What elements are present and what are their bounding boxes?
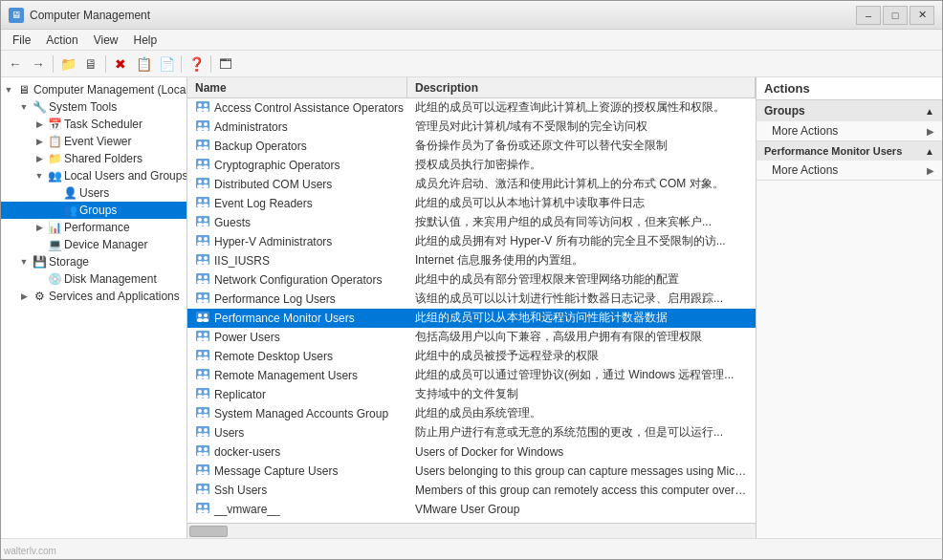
col-header-name[interactable]: Name (187, 77, 407, 97)
svg-point-78 (197, 395, 203, 398)
list-cell-name-text: Remote Desktop Users (214, 350, 333, 363)
list-row[interactable]: Event Log Readers此组的成员可以从本地计算机中读取事件日志 (187, 194, 756, 213)
main-window: 🖥 Computer Management – □ ✕ File Action … (0, 0, 943, 560)
svg-point-99 (203, 471, 208, 475)
group-icon (195, 215, 210, 230)
menu-help[interactable]: Help (126, 32, 165, 49)
list-row[interactable]: IIS_IUSRSInternet 信息服务使用的内置组。 (187, 251, 756, 270)
copy-button[interactable]: 📄 (156, 54, 177, 75)
svg-point-36 (198, 237, 202, 241)
svg-point-51 (198, 294, 202, 298)
tree-item-groups[interactable]: ▶ 👥 Groups (1, 202, 186, 219)
list-row[interactable]: Distributed COM Users成员允许启动、激活和使用此计算机上的分… (187, 175, 756, 194)
svg-point-91 (198, 447, 202, 451)
new-window-button[interactable]: 🗔 (215, 54, 236, 75)
group-icon (195, 387, 210, 402)
action-group-header-groups[interactable]: Groups ▲ (757, 100, 942, 121)
list-cell-name: Replicator (187, 386, 407, 403)
tree-item-storage[interactable]: ▼ 💾 Storage (1, 253, 186, 270)
list-row[interactable]: System Managed Accounts Group此组的成员由系统管理。 (187, 404, 756, 423)
tree-item-system-tools[interactable]: ▼ 🔧 System Tools (1, 98, 186, 116)
svg-point-77 (204, 390, 208, 394)
tree-item-disk-mgmt[interactable]: ▶ 💿 Disk Management (1, 270, 186, 288)
help-button[interactable]: ❓ (186, 54, 207, 75)
svg-point-79 (203, 395, 208, 398)
list-row[interactable]: Users防止用户进行有意或无意的系统范围的更改，但是可以运行... (187, 423, 756, 442)
tree-item-local-users[interactable]: ▼ 👥 Local Users and Groups (1, 167, 186, 184)
list-row[interactable]: Access Control Assistance Operators此组的成员… (187, 98, 756, 118)
list-row[interactable]: Message Capture UsersUsers belonging to … (187, 462, 756, 481)
tree-item-users[interactable]: ▶ 👤 Users (1, 184, 186, 202)
svg-point-96 (198, 466, 202, 470)
list-row[interactable]: Network Configuration Operators此组中的成员有部分… (187, 270, 756, 290)
menu-file[interactable]: File (5, 32, 38, 49)
list-row[interactable]: Remote Desktop Users此组中的成员被授予远程登录的权限 (187, 347, 756, 366)
tree-icon-root: 🖥 (16, 82, 32, 97)
group-icon (195, 196, 210, 211)
group-icon (195, 368, 210, 383)
svg-point-97 (204, 466, 208, 470)
list-row[interactable]: __vmware__VMware User Group (187, 500, 756, 519)
delete-button[interactable]: ✖ (110, 54, 131, 75)
list-row[interactable]: Performance Monitor Users此组的成员可以从本地和远程访问… (187, 309, 756, 328)
list-cell-name-text: Performance Log Users (214, 292, 336, 306)
scroll-thumb[interactable] (189, 526, 228, 537)
show-desktop-button[interactable]: 🖥 (80, 54, 101, 75)
list-cell-name-text: Ssh Users (214, 484, 267, 497)
list-row[interactable]: Hyper-V Administrators此组的成员拥有对 Hyper-V 所… (187, 232, 756, 251)
maximize-button[interactable]: □ (883, 6, 908, 25)
up-button[interactable]: 📁 (57, 54, 78, 75)
svg-point-98 (197, 471, 203, 475)
properties-button[interactable]: 📋 (133, 54, 154, 75)
list-row[interactable]: docker-usersUsers of Docker for Windows (187, 442, 756, 462)
svg-point-7 (204, 122, 208, 126)
list-row[interactable]: Guests按默认值，来宾用户组的成员有同等访问权，但来宾帐户... (187, 213, 756, 232)
list-row[interactable]: Cryptographic Operators授权成员执行加密操作。 (187, 156, 756, 175)
svg-point-33 (197, 223, 203, 226)
group-icon (195, 272, 210, 288)
action-item-groups-more[interactable]: More Actions ▶ (757, 121, 942, 140)
list-row[interactable]: Replicator支持域中的文件复制 (187, 385, 756, 404)
list-cell-desc: 按默认值，来宾用户组的成员有同等访问权，但来宾帐户... (407, 213, 756, 231)
tree-item-device-manager[interactable]: ▶ 💻 Device Manager (1, 236, 186, 253)
tree-item-performance[interactable]: ▶ 📊 Performance (1, 219, 186, 236)
tree-item-services[interactable]: ▶ ⚙ Services and Applications (1, 288, 186, 305)
col-header-description[interactable]: Description (407, 77, 756, 97)
back-button[interactable]: ← (5, 54, 26, 75)
expand-icon-event-viewer: ▶ (32, 134, 47, 149)
menu-action[interactable]: Action (38, 32, 85, 49)
svg-point-12 (204, 141, 208, 145)
tree-label-services: Services and Applications (49, 290, 180, 303)
list-row[interactable]: Ssh UsersMembers of this group can remot… (187, 481, 756, 500)
list-row[interactable]: Backup Operators备份操作员为了备份或还原文件可以替代安全限制 (187, 137, 756, 156)
tree-item-shared-folders[interactable]: ▶ 📁 Shared Folders (1, 150, 186, 167)
svg-point-108 (197, 509, 203, 513)
tree-item-event-viewer[interactable]: ▶ 📋 Event Viewer (1, 133, 186, 150)
action-group-header-pmu[interactable]: Performance Monitor Users ▲ (757, 141, 942, 161)
list-cell-name-text: Cryptographic Operators (214, 159, 340, 172)
tree-icon-task-scheduler: 📅 (47, 117, 62, 132)
list-row[interactable]: Administrators管理员对此计算机/域有不受限制的完全访问权 (187, 118, 756, 137)
list-row[interactable]: Performance Log Users该组的成员可以以计划进行性能计数器日志… (187, 290, 756, 309)
list-cell-name: IIS_IUSRS (187, 252, 407, 269)
forward-button[interactable]: → (28, 54, 49, 75)
list-cell-name-text: Users (214, 426, 244, 440)
tree-item-task-scheduler[interactable]: ▶ 📅 Task Scheduler (1, 116, 186, 133)
list-cell-desc: VMware User Group (407, 502, 756, 517)
list-row[interactable]: Power Users包括高级用户以向下兼容，高级用户拥有有限的管理权限 (187, 328, 756, 347)
action-item-pmu-more[interactable]: More Actions ▶ (757, 161, 942, 180)
menu-view[interactable]: View (86, 32, 126, 49)
list-row[interactable]: Remote Management Users此组的成员可以通过管理协议(例如，… (187, 366, 756, 385)
svg-point-34 (203, 223, 208, 226)
list-cell-name-text: Hyper-V Administrators (214, 235, 332, 248)
horizontal-scrollbar[interactable] (187, 523, 756, 538)
minimize-button[interactable]: – (856, 6, 881, 25)
tree-item-root[interactable]: ▼ 🖥 Computer Management (Local (1, 81, 186, 98)
tree-icon-services: ⚙ (32, 289, 47, 304)
close-button[interactable]: ✕ (910, 6, 934, 25)
svg-point-107 (204, 505, 208, 508)
list-cell-name: Cryptographic Operators (187, 157, 407, 174)
expand-icon-services: ▶ (16, 289, 32, 304)
svg-point-19 (203, 165, 208, 169)
svg-point-42 (204, 256, 208, 260)
